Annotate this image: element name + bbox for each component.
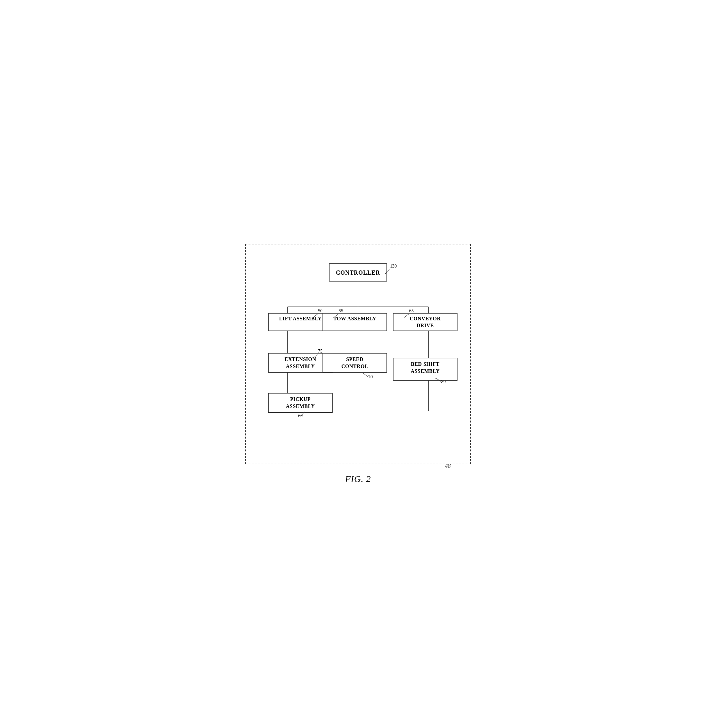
page-container: CONTROLLER 130 LIFT ASSEMBLY 50: [245, 244, 471, 484]
ref-75: 75: [318, 349, 323, 354]
speed-control-label: SPEED: [346, 356, 364, 362]
ref-65: 65: [409, 308, 414, 313]
ref-48: 48: [445, 463, 451, 469]
diagram-outer: CONTROLLER 130 LIFT ASSEMBLY 50: [245, 244, 471, 464]
fig-label: FIG. 2: [345, 474, 371, 484]
conveyor-drive-label: CONVEYOR: [410, 316, 441, 322]
diagram-svg: CONTROLLER 130 LIFT ASSEMBLY 50: [252, 254, 464, 452]
lift-assembly-label: LIFT ASSEMBLY: [279, 316, 322, 322]
extension-assembly-label: EXTENSION: [285, 356, 316, 362]
ref-70: 70: [368, 375, 373, 379]
ref-130: 130: [390, 264, 397, 268]
ref-55: 55: [339, 308, 343, 313]
pickup-assembly-label: PICKUP: [290, 397, 311, 402]
ref-80: 80: [441, 379, 446, 384]
ref-50: 50: [318, 308, 323, 313]
conveyor-drive-label2: DRIVE: [417, 323, 434, 328]
speed-control-label2: CONTROL: [341, 364, 368, 369]
bedshift-label: BED SHIFT: [411, 361, 440, 367]
tow-assembly-label: TOW ASSEMBLY: [333, 316, 376, 322]
extension-assembly-label2: ASSEMBLY: [286, 364, 315, 369]
controller-label: CONTROLLER: [336, 270, 380, 276]
pickup-assembly-label2: ASSEMBLY: [286, 403, 315, 409]
bedshift-label2: ASSEMBLY: [411, 369, 440, 374]
ref-60: 60: [298, 413, 303, 418]
